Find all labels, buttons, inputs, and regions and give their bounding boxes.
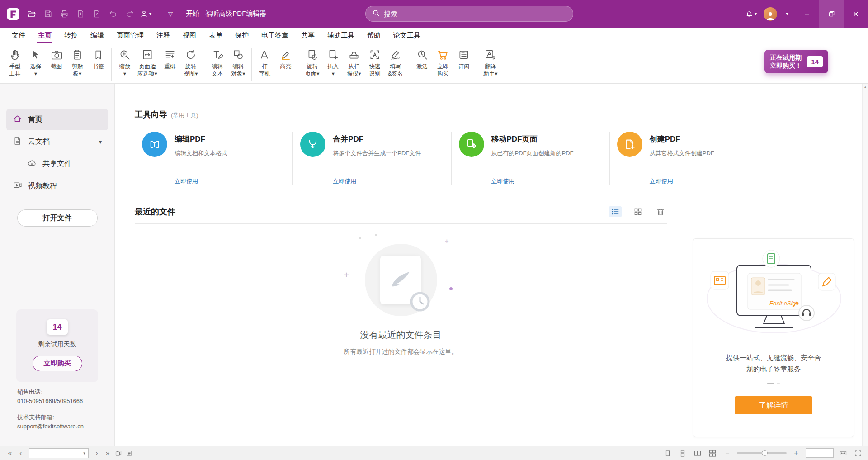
ribbon-reflow[interactable]: 重排 [160,46,180,71]
use-now-link[interactable]: 立即使用 [650,177,673,185]
menu-tab-paper-tools[interactable]: 论文工具 [387,28,427,43]
zoom-in-button[interactable]: + [791,448,802,459]
search-input[interactable] [384,10,566,18]
menu-tab-esign[interactable]: 电子签章 [255,28,295,43]
menu-tab-home[interactable]: 主页 [32,28,58,43]
sidebar-item-cloud-docs[interactable]: 云文档 ▾ [6,131,108,152]
fit-width-icon[interactable] [838,448,849,459]
translate-icon [484,47,496,63]
list-view-icon[interactable] [609,206,622,217]
account-dropdown[interactable]: ▾ [779,6,794,22]
grid-view-icon[interactable] [632,206,644,217]
buy-now-button[interactable]: 立即购买 [33,356,82,371]
menu-tab-view[interactable]: 视图 [176,28,203,43]
page-clipboard-icon[interactable] [124,448,135,459]
undo-icon[interactable] [105,6,121,22]
page-number-input[interactable] [29,450,80,456]
tool-card-desc: 从其它格式文件创建PDF [650,149,714,157]
ribbon-page-fit-options[interactable]: 页面适应选项▾ [135,46,160,78]
zoom-percent-input[interactable] [806,448,834,458]
ribbon-translate-assistant[interactable]: 翻译助手▾ [480,46,501,78]
ribbon-zoom[interactable]: 缩放▾ [114,46,135,78]
notifications-bell-icon[interactable]: ▾ [743,6,759,22]
facing-continuous-view-icon[interactable] [707,448,718,459]
menu-tab-edit[interactable]: 编辑 [84,28,110,43]
carousel-dot-active[interactable] [767,383,774,384]
ribbon-edit-text[interactable]: 编辑文本 [207,46,228,78]
ribbon-hand-tool[interactable]: 手型工具 [5,46,25,78]
close-button[interactable] [844,0,868,28]
ribbon-label: 剪贴板▾ [72,63,83,77]
use-now-link[interactable]: 立即使用 [175,177,198,185]
ribbon-label: 高亮 [280,63,291,70]
menu-tab-accessibility[interactable]: 辅助工具 [321,28,361,43]
export-pdf-icon[interactable] [73,6,88,22]
share-document-icon[interactable] [89,6,104,22]
continuous-view-icon[interactable] [677,448,688,459]
use-now-link[interactable]: 立即使用 [491,177,515,185]
page-copy-icon[interactable] [113,448,124,459]
scroll-up-arrow-icon[interactable]: ▲ [863,85,867,89]
ribbon-subscribe[interactable]: 订阅 [453,46,474,71]
redo-icon[interactable] [122,6,137,22]
menu-tab-comment[interactable]: 注释 [150,28,176,43]
sidebar-item-shared-files[interactable]: 共享文件 [6,153,108,175]
previous-page-button[interactable]: ‹ [15,448,26,459]
ribbon-edit-object[interactable]: 编辑对象▾ [228,46,249,78]
sidebar-item-home[interactable]: 首页 [6,109,108,130]
ribbon-bookmark[interactable]: 书签 [88,46,108,71]
save-icon[interactable] [40,6,56,22]
search-box[interactable] [365,6,573,22]
hide-ribbon-icon[interactable]: ▽ [163,6,178,22]
ribbon-separator [299,48,299,81]
use-now-link[interactable]: 立即使用 [333,177,356,185]
last-page-button[interactable]: » [102,448,113,459]
ribbon-insert-pages[interactable]: 插入▾ [323,46,344,78]
menu-tab-form[interactable]: 表单 [203,28,229,43]
zoom-out-button[interactable]: − [722,448,733,459]
bookmark-icon [93,47,104,63]
facing-view-icon[interactable] [692,448,703,459]
trash-icon[interactable] [654,206,667,217]
ribbon-fill-sign[interactable]: 填写&签名 [385,46,406,78]
zoom-slider-thumb[interactable] [762,450,768,456]
print-icon[interactable] [57,6,72,22]
ribbon-rotate-view[interactable]: 旋转视图▾ [180,46,201,78]
minimize-button[interactable] [795,0,819,28]
restore-button[interactable] [819,0,844,28]
sidebar-item-video-tutorials[interactable]: 视频教程 [6,175,108,197]
ribbon-activate[interactable]: 激活 [412,46,433,71]
chevron-down-icon[interactable]: ▾ [80,451,88,455]
carousel-dot[interactable] [777,383,780,384]
ribbon-buy-now[interactable]: 立即购买 [433,46,453,78]
chevron-down-icon[interactable]: ▾ [99,139,102,145]
ribbon-snapshot[interactable]: 截图 [46,46,67,71]
ribbon-select-tool[interactable]: 选择▾ [25,46,46,78]
open-file-icon[interactable] [24,6,39,22]
first-page-button[interactable]: « [5,448,15,459]
ribbon-from-scanner[interactable]: 从扫描仪▾ [344,46,364,78]
next-page-button[interactable]: › [91,448,102,459]
menu-tab-help[interactable]: 帮助 [361,28,387,43]
ribbon-rotate-pages[interactable]: 旋转页面▾ [302,46,323,78]
ribbon-quick-ocr[interactable]: 快速识别 [364,46,385,78]
trial-purchase-badge[interactable]: 正在试用期 立即购买！ 14 [764,50,828,73]
open-file-button[interactable]: 打开文件 [17,209,98,227]
zoom-slider[interactable] [737,452,787,454]
vertical-scrollbar[interactable]: ▲ [862,84,868,446]
ribbon-highlight[interactable]: 高亮 [275,46,296,71]
menu-tab-page-management[interactable]: 页面管理 [110,28,150,43]
fullscreen-icon[interactable] [853,448,863,459]
merge-pdf-icon [300,132,326,157]
menu-tab-file[interactable]: 文件 [5,28,32,43]
ribbon-clipboard[interactable]: 剪贴板▾ [67,46,88,78]
esign-quick-icon[interactable]: ▾ [138,6,153,22]
menu-tab-protect[interactable]: 保护 [229,28,255,43]
user-avatar[interactable] [764,7,777,21]
highlight-icon [280,47,292,63]
learn-more-button[interactable]: 了解详情 [735,396,812,414]
menu-tab-convert[interactable]: 转换 [58,28,84,43]
single-page-view-icon[interactable] [662,448,673,459]
menu-tab-share[interactable]: 共享 [295,28,321,43]
ribbon-typewriter[interactable]: 打字机 [255,46,275,78]
